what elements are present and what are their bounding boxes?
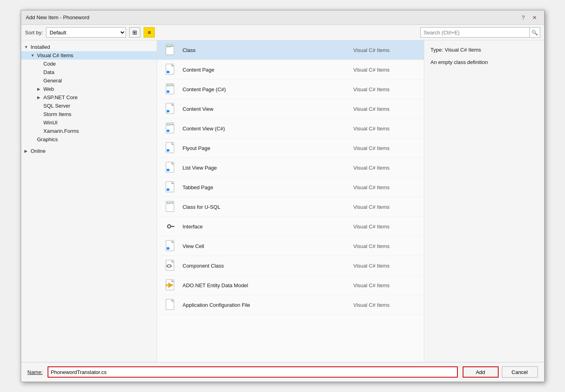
file-name-listview-page: List View Page [183,165,353,171]
file-name-adonet: ADO.NET Entity Data Model [183,282,353,288]
file-name-content-page: Content Page [183,67,353,73]
sidebar-item-aspnet[interactable]: ▶ ASP.NET Core [21,93,157,102]
svg-point-38 [168,225,170,228]
grid-view-button[interactable]: ⊞ [129,27,140,38]
file-item-listview-page[interactable]: List View Page Visual C# Items [157,158,424,178]
sidebar: ▼ Installed ▼ Visual C# Items Code Data … [21,40,157,362]
file-item-flyout-page[interactable]: Flyout Page Visual C# Items [157,138,424,158]
file-item-adonet[interactable]: ADO.NET Entity Data Model Visual C# Item… [157,276,424,295]
sidebar-installed[interactable]: ▼ Installed [21,43,157,51]
file-type-view-cell: Visual C# Items [353,243,417,249]
dialog-title: Add New Item - Phoneword [26,14,90,20]
type-value: Visual C# Items [445,47,481,56]
file-name-class-usql: Class for U-SQL [183,204,353,210]
flyout-page-icon [164,141,178,155]
file-item-interface[interactable]: Interface Visual C# Items [157,217,424,236]
add-button[interactable]: Add [463,366,499,378]
content-view-icon [164,102,178,116]
sidebar-label-web: Web [44,86,54,92]
sidebar-label-online: Online [31,148,46,154]
file-type-content-page: Visual C# Items [353,67,417,73]
close-button[interactable]: ✕ [530,13,539,22]
listview-page-icon [164,160,178,175]
sidebar-online[interactable]: ▶ Online [21,147,157,155]
help-button[interactable]: ? [519,13,528,22]
file-item-tabbed-page[interactable]: Tabbed Page Visual C# Items [157,178,424,197]
file-name-flyout-page: Flyout Page [183,145,353,151]
interface-icon [164,219,178,234]
file-item-class-usql[interactable]: C# Class for U-SQL Visual C# Items [157,197,424,217]
search-input[interactable] [421,28,529,37]
class-usql-icon: C# [164,200,178,214]
installed-label: Installed [31,44,50,50]
file-item-class[interactable]: C# Class Visual C# Items [157,40,424,60]
search-icon: 🔍 [531,30,538,36]
sidebar-item-general[interactable]: General [21,76,157,85]
sidebar-label-sqlserver: SQL Server [44,103,70,109]
file-type-interface: Visual C# Items [353,224,417,230]
sidebar-label-graphics: Graphics [37,136,58,142]
file-type-app-config: Visual C# Items [353,302,417,308]
svg-text:C#: C# [167,84,171,87]
file-name-component-class: Component Class [183,263,353,269]
sidebar-label-winui: WinUI [44,120,58,126]
file-item-content-page[interactable]: Content Page Visual C# Items [157,60,424,80]
sidebar-item-storm[interactable]: Storm Items [21,110,157,118]
sidebar-label-xamarin: Xamarin.Forms [44,128,79,134]
file-item-view-cell[interactable]: View Cell Visual C# Items [157,236,424,256]
file-item-content-view[interactable]: Content View Visual C# Items [157,99,424,119]
sidebar-item-xamarin[interactable]: Xamarin.Forms [21,127,157,135]
sidebar-item-web[interactable]: ▶ Web [21,85,157,93]
sort-label: Sort by: [25,30,43,36]
expand-icon-web: ▶ [37,87,44,91]
sidebar-item-sqlserver[interactable]: SQL Server [21,102,157,110]
file-type-component-class: Visual C# Items [353,263,417,269]
svg-rect-16 [167,110,168,112]
file-type-class-usql: Visual C# Items [353,204,417,210]
list-view-button[interactable]: ≡ [144,27,155,38]
toolbar: Sort by: Default Name Type ⊞ ≡ 🔍 [21,25,544,40]
expand-icon-online: ▶ [24,149,31,153]
cancel-button[interactable]: Cancel [502,366,538,378]
svg-text:C#: C# [167,123,171,126]
sidebar-item-graphics[interactable]: Graphics [21,135,157,144]
sidebar-online-section: ▶ Online [21,147,157,155]
class-icon: C# [164,43,178,57]
list-icon: ≡ [148,29,151,36]
file-type-adonet: Visual C# Items [353,282,417,288]
sort-select[interactable]: Default Name Type [46,27,126,38]
search-icon-button[interactable]: 🔍 [529,27,540,38]
svg-rect-33 [167,188,168,191]
sidebar-label-code: Code [44,61,56,67]
svg-text:C#: C# [167,44,171,48]
sidebar-item-winui[interactable]: WinUI [21,118,157,127]
type-label: Type: [431,47,443,53]
file-name-content-view-cs: Content View (C#) [183,126,353,132]
file-item-content-page-cs[interactable]: C# Content Page (C#) Visual C# Items [157,80,424,99]
expand-icon-aspnet: ▶ [37,95,44,100]
sidebar-item-visual-csharp[interactable]: ▼ Visual C# Items [21,51,157,60]
file-name-tabbed-page: Tabbed Page [183,184,353,190]
view-cell-icon [164,239,178,253]
file-type-listview-page: Visual C# Items [353,165,417,171]
sidebar-item-code[interactable]: Code [21,60,157,68]
info-description: An empty class definition [431,59,538,65]
svg-rect-29 [167,169,168,171]
file-item-component-class[interactable]: Component Class Visual C# Items [157,256,424,276]
content-view-cs-icon: C# [164,121,178,136]
title-bar: Add New Item - Phoneword ? ✕ [21,10,544,25]
file-name-class: Class [183,47,353,53]
svg-rect-7 [167,71,168,73]
info-type-row: Type: Visual C# Items [431,47,538,56]
file-item-content-view-cs[interactable]: C# Content View (C#) Visual C# Items [157,119,424,138]
file-name-content-page-cs: Content Page (C#) [183,86,353,92]
action-buttons: Add Cancel [463,366,538,378]
svg-rect-43 [167,247,168,250]
search-box: 🔍 [420,27,540,38]
bottom-bar: Name: Add Cancel [21,362,544,382]
svg-rect-39 [171,226,174,227]
sidebar-item-data[interactable]: Data [21,68,157,76]
file-item-app-config[interactable]: Application Configuration File Visual C#… [157,295,424,315]
sidebar-label-general: General [44,78,62,84]
name-input[interactable] [48,366,458,378]
